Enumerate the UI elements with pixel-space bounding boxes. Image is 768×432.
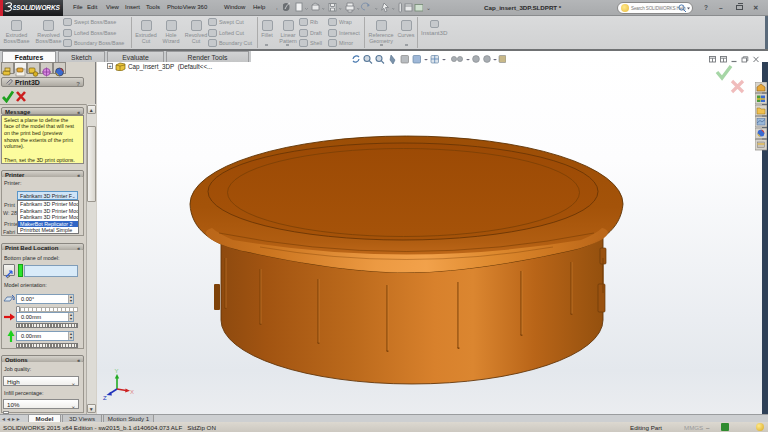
svg-text:X: X: [130, 389, 134, 395]
svg-text:Z: Z: [103, 395, 107, 400]
svg-text:Y: Y: [115, 368, 119, 374]
